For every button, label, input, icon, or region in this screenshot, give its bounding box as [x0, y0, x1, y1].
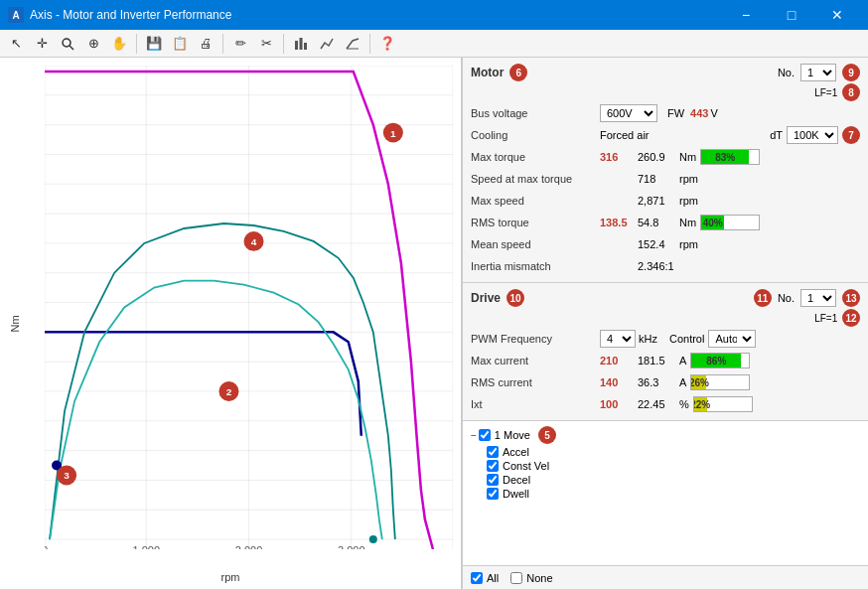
motor-title: Motor [471, 66, 504, 79]
edit-button[interactable]: ✏ [228, 32, 252, 56]
const-vel-checkbox-label[interactable]: Const Vel [487, 460, 549, 472]
window-title: Axis - Motor and Inverter Performance [30, 8, 723, 22]
pointer-tool[interactable]: ↖ [4, 32, 28, 56]
decel-checkbox[interactable] [487, 474, 499, 486]
max-torque-val1: 316 [600, 151, 638, 163]
chart2-button[interactable] [315, 32, 339, 56]
max-speed-unit: rpm [679, 195, 698, 207]
ixt-val2: 22.45 [638, 398, 679, 410]
pan-tool[interactable]: ✋ [107, 32, 131, 56]
tree-item-const-vel: Const Vel [487, 459, 860, 473]
move-label: 1 Move [495, 429, 530, 441]
help-button[interactable]: ❓ [375, 32, 399, 56]
zoom-in-tool[interactable]: ⊕ [81, 32, 105, 56]
rms-torque-unit: Nm [679, 217, 696, 228]
dwell-checkbox[interactable] [487, 488, 499, 500]
decel-checkbox-label[interactable]: Decel [487, 474, 530, 486]
add-tool[interactable]: ✛ [30, 32, 54, 56]
const-vel-checkbox[interactable] [487, 460, 499, 472]
rms-torque-fill: 40% [701, 216, 724, 229]
svg-rect-5 [300, 38, 303, 50]
drive-title: Drive [471, 291, 501, 305]
chart-area: Nm rpm [0, 58, 462, 589]
chart3-button[interactable] [341, 32, 364, 56]
svg-text:A: A [12, 10, 19, 21]
rms-torque-progress: 40% [700, 215, 760, 230]
rms-current-unit: A [679, 376, 686, 388]
rms-torque-val2: 54.8 [638, 217, 679, 228]
svg-text:3,000: 3,000 [338, 544, 365, 549]
inertia-mismatch-unit: :1 [665, 260, 674, 272]
drive-circle-10: 10 [506, 289, 524, 307]
ixt-fill: 22% [694, 397, 707, 411]
window-controls: − □ ✕ [723, 0, 860, 30]
motor-no-controls: No. 12 9 [778, 64, 860, 81]
copy-button[interactable]: 📋 [168, 32, 192, 56]
none-checkbox-group: None [510, 572, 552, 584]
pwm-row: PWM Frequency 48 kHz Control AutoManual [471, 329, 860, 349]
max-current-progress: 86% [690, 353, 750, 368]
bus-voltage-dropdown[interactable]: 600V400V [600, 104, 657, 122]
title-bar: A Axis - Motor and Inverter Performance … [0, 0, 868, 30]
chart1-button[interactable] [289, 32, 313, 56]
rms-current-val1: 140 [600, 376, 638, 388]
fw-value: 443 [690, 107, 708, 119]
drive-no-dropdown[interactable]: 12 [800, 289, 836, 307]
dt-label: dT [770, 129, 783, 141]
dt-dropdown[interactable]: 100K50K [787, 126, 838, 144]
svg-text:4: 4 [251, 236, 257, 247]
motion-circle-5: 5 [538, 426, 556, 444]
motor-no-label: No. [778, 67, 795, 78]
accel-checkbox[interactable] [487, 446, 499, 458]
drive-no-label: No. [778, 292, 795, 304]
accel-checkbox-label[interactable]: Accel [487, 446, 529, 458]
motor-circle-9: 9 [842, 64, 860, 81]
y-axis-label: Nm [9, 315, 21, 332]
dwell-checkbox-label[interactable]: Dwell [487, 488, 529, 500]
zoom-tool[interactable] [56, 32, 79, 56]
rms-current-row: RMS current 140 36.3 A 26% [471, 372, 860, 392]
svg-text:3: 3 [64, 470, 70, 481]
move-checkbox-label[interactable]: 1 Move [479, 429, 530, 441]
inertia-mismatch-val: 2.346 [638, 260, 665, 272]
chart-svg: 320 300 280 260 240 220 200 180 160 140 … [45, 66, 453, 549]
mean-speed-label: Mean speed [471, 238, 600, 250]
tree-item-accel: Accel [487, 445, 860, 459]
motor-circle-6: 6 [509, 64, 527, 81]
rms-torque-val1: 138.5 [600, 217, 638, 228]
none-checkbox[interactable] [510, 572, 522, 584]
svg-text:1,000: 1,000 [132, 544, 160, 549]
pwm-dropdown[interactable]: 48 [600, 330, 636, 348]
accel-label: Accel [503, 446, 529, 458]
ixt-progress: 22% [693, 396, 753, 412]
drive-circle-11: 11 [754, 289, 772, 307]
toolbar: ↖ ✛ ⊕ ✋ 💾 📋 🖨 ✏ ✂ ❓ [0, 30, 868, 58]
close-button[interactable]: ✕ [814, 0, 860, 30]
motor-no-dropdown[interactable]: 12 [800, 64, 836, 81]
svg-line-3 [70, 46, 73, 50]
decel-label: Decel [503, 474, 530, 486]
move-checkbox[interactable] [479, 429, 491, 441]
expand-icon[interactable]: − [471, 430, 477, 441]
mean-speed-unit: rpm [679, 238, 698, 250]
motor-section: Motor 6 No. 12 9 LF=1 8 Bus voltage [463, 58, 868, 283]
speed-at-max-val: 718 [638, 173, 679, 185]
maximize-button[interactable]: □ [769, 0, 814, 30]
cut-button[interactable]: ✂ [254, 32, 278, 56]
tree-item-decel: Decel [487, 473, 860, 487]
speed-at-max-unit: rpm [679, 173, 698, 185]
rms-current-label: RMS current [471, 376, 600, 388]
inertia-mismatch-row: Inertia mismatch 2.346 :1 [471, 256, 860, 276]
control-dropdown[interactable]: AutoManual [708, 330, 756, 348]
mean-speed-row: Mean speed 152.4 rpm [471, 234, 860, 254]
svg-text:1: 1 [390, 128, 396, 139]
all-checkbox[interactable] [471, 572, 483, 584]
print-button[interactable]: 🖨 [194, 32, 217, 56]
minimize-button[interactable]: − [723, 0, 769, 30]
x-axis-label: rpm [221, 571, 240, 583]
save-button[interactable]: 💾 [142, 32, 166, 56]
separator-1 [136, 34, 137, 54]
svg-rect-6 [304, 43, 307, 50]
cooling-label: Cooling [471, 129, 600, 141]
tree-item-dwell: Dwell [487, 487, 860, 501]
